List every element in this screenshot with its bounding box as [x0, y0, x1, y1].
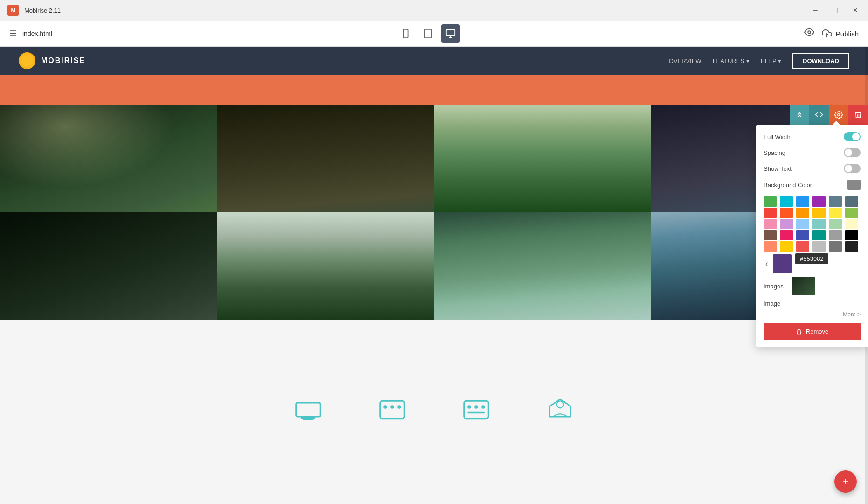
full-width-toggle-knob [852, 133, 860, 140]
nav-help[interactable]: HELP ▾ [761, 57, 781, 64]
color-swatch-20[interactable] [796, 230, 809, 240]
bg-color-swatch[interactable] [847, 180, 861, 190]
brand-name: MOBIRISE [41, 56, 85, 65]
color-swatch-6[interactable] [764, 208, 777, 218]
color-picker: ‹ #553982 [764, 196, 861, 273]
hamburger-menu-icon[interactable]: ☰ [9, 28, 17, 39]
color-swatch-18[interactable] [764, 230, 777, 240]
color-swatch-27[interactable] [812, 241, 826, 252]
color-swatch-24[interactable] [764, 241, 777, 252]
color-swatch-3[interactable] [812, 196, 826, 207]
remove-button[interactable]: Remove [764, 323, 861, 340]
features-section [0, 320, 868, 504]
image-label: Image [764, 300, 780, 307]
svg-point-7 [808, 31, 811, 34]
svg-point-18 [467, 405, 471, 409]
color-swatch-12[interactable] [764, 219, 777, 229]
preview-button[interactable] [804, 27, 814, 40]
gallery-image-3 [434, 105, 651, 212]
color-swatch-9[interactable] [812, 208, 826, 218]
color-swatch-25[interactable] [780, 241, 793, 252]
edit-code-button[interactable] [809, 105, 829, 125]
image-thumbnail[interactable] [792, 277, 815, 295]
color-swatch-grid [764, 196, 861, 252]
delete-block-button[interactable] [848, 105, 868, 125]
color-swatch-13[interactable] [780, 219, 793, 229]
svg-rect-2 [424, 29, 431, 38]
svg-point-14 [383, 405, 387, 409]
color-swatch-23[interactable] [845, 230, 858, 240]
tablet-view-button[interactable] [419, 24, 437, 43]
add-block-button[interactable]: + [834, 470, 857, 493]
panel-caret [833, 121, 840, 125]
gallery-section: Full Width Spacing Show Text Background … [0, 105, 868, 320]
settings-panel: Full Width Spacing Show Text Background … [756, 125, 868, 347]
color-prev-button[interactable]: ‹ [764, 257, 770, 271]
color-swatch-7[interactable] [780, 208, 793, 218]
close-button[interactable]: × [850, 5, 861, 16]
color-swatch-14[interactable] [796, 219, 809, 229]
show-text-toggle[interactable] [844, 164, 861, 173]
nav-overview[interactable]: OVERVIEW [669, 57, 701, 64]
svg-point-20 [481, 405, 485, 409]
nav-features[interactable]: FEATURES ▾ [713, 57, 750, 64]
app-title: Mobirise 2.11 [24, 7, 61, 14]
more-link[interactable]: More > [764, 311, 861, 318]
desktop-view-button[interactable] [441, 24, 460, 43]
color-swatch-2[interactable] [796, 196, 809, 207]
svg-rect-17 [464, 401, 488, 419]
mobile-view-button[interactable] [396, 24, 415, 43]
toolbar-left: ☰ index.html [9, 28, 52, 39]
svg-rect-4 [446, 30, 455, 36]
svg-rect-13 [380, 401, 404, 419]
full-width-row: Full Width [764, 132, 861, 141]
gallery-cell-5 [0, 212, 217, 320]
color-swatch-5[interactable] [845, 196, 858, 207]
color-hex-tooltip: #553982 [795, 253, 828, 264]
gallery-cell-2 [217, 105, 434, 212]
full-width-label: Full Width [764, 133, 791, 140]
feature-icon-1 [294, 398, 322, 426]
gallery-image-7 [434, 212, 651, 320]
color-swatch-0[interactable] [764, 196, 777, 207]
color-swatch-11[interactable] [845, 208, 858, 218]
color-swatch-26[interactable] [796, 241, 809, 252]
filename-label: index.html [22, 30, 52, 37]
site-navbar: MOBIRISE OVERVIEW FEATURES ▾ HELP ▾ DOWN… [0, 47, 868, 75]
color-swatch-1[interactable] [780, 196, 793, 207]
show-text-label: Show Text [764, 165, 792, 172]
svg-rect-12 [303, 419, 313, 420]
minimize-button[interactable]: − [810, 5, 821, 16]
color-swatch-17[interactable] [845, 219, 858, 229]
title-bar-left: M Mobirise 2.11 [7, 5, 61, 16]
color-swatch-22[interactable] [829, 230, 842, 240]
spacing-toggle[interactable] [844, 148, 861, 157]
color-swatch-8[interactable] [796, 208, 809, 218]
site-nav: OVERVIEW FEATURES ▾ HELP ▾ DOWNLOAD [669, 53, 849, 69]
color-swatch-10[interactable] [829, 208, 842, 218]
color-swatch-29[interactable] [845, 241, 858, 252]
app-logo: M [7, 5, 19, 16]
svg-point-19 [474, 405, 478, 409]
images-row: Images [764, 277, 861, 295]
color-swatch-28[interactable] [829, 241, 842, 252]
maximize-button[interactable]: □ [830, 5, 841, 16]
color-swatch-15[interactable] [812, 219, 826, 229]
full-width-toggle[interactable] [844, 132, 861, 141]
trash-icon [796, 329, 802, 335]
feature-icon-2 [378, 398, 406, 426]
publish-button[interactable]: Publish [822, 28, 859, 39]
nav-download-button[interactable]: DOWNLOAD [792, 53, 849, 69]
color-swatch-21[interactable] [812, 230, 826, 240]
svg-rect-21 [467, 412, 485, 414]
main-toolbar: ☰ index.html [0, 21, 868, 47]
window-controls: − □ × [810, 5, 861, 16]
gallery-grid [0, 105, 868, 320]
show-text-row: Show Text [764, 164, 861, 173]
color-swatch-4[interactable] [829, 196, 842, 207]
spacing-toggle-knob [845, 149, 852, 156]
color-swatch-19[interactable] [780, 230, 793, 240]
gallery-image-1 [0, 105, 217, 212]
color-swatch-16[interactable] [829, 219, 842, 229]
reorder-block-button[interactable] [790, 105, 809, 125]
